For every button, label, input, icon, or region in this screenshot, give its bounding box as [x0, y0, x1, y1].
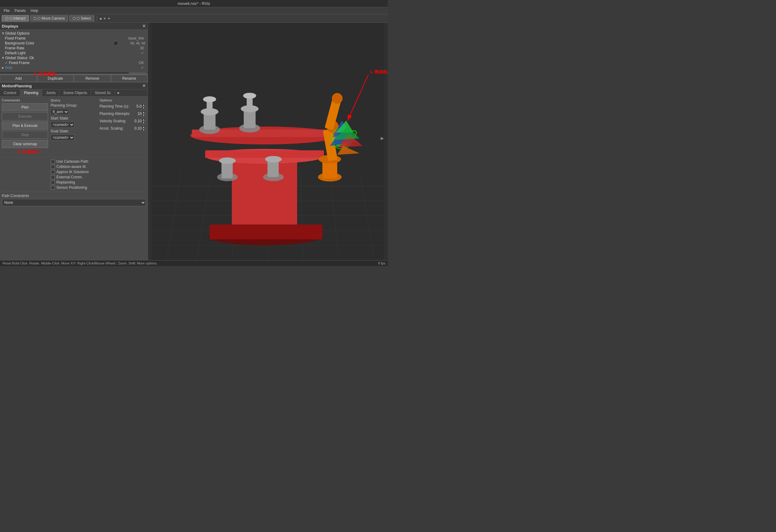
svg-point-35	[265, 156, 281, 162]
goal-state-select[interactable]: <current>	[50, 135, 74, 141]
tab-scene-objects[interactable]: Scene Objects	[59, 90, 91, 96]
global-status-ff-label: Fixed Frame	[9, 61, 29, 65]
toolbar-arrow-1[interactable]: ◆	[100, 17, 102, 20]
use-cartesian-checkbox[interactable]	[51, 160, 55, 164]
menu-bar: File Panels Help	[0, 7, 388, 14]
scene-svg: 1. 拖动机械臂末端 ►	[148, 23, 388, 260]
displays-close-icon[interactable]: ✕	[142, 24, 146, 28]
svg-point-32	[219, 158, 236, 164]
tab-more[interactable]: ►	[115, 90, 122, 96]
sensor-positioning-row: Sensor Positioning	[51, 185, 146, 190]
clear-octomap-button[interactable]: Clear octomap	[2, 140, 48, 148]
approx-ik-row: Approx IK Solutions	[51, 170, 146, 174]
start-state-select-wrapper: <current>	[50, 122, 74, 128]
velocity-scaling-value: 0.10	[135, 119, 142, 123]
tab-planning[interactable]: Planning	[20, 90, 42, 96]
motion-planning-section: MotionPlanning ✕ Context Planning Joints…	[0, 82, 148, 260]
planning-group-select-wrapper: fl_arm	[50, 109, 69, 115]
path-constraints-select[interactable]: None	[2, 199, 146, 206]
motion-planning-title: MotionPlanning	[2, 84, 32, 88]
toolbar-arrow-2[interactable]: ▼	[103, 17, 106, 20]
plan-button[interactable]: Plan	[2, 103, 48, 111]
motion-planning-header: MotionPlanning ✕	[0, 82, 148, 90]
planning-time-spin[interactable]: ▲ ▼	[142, 103, 146, 110]
svg-point-42	[332, 93, 343, 104]
planning-time-down[interactable]: ▼	[142, 106, 146, 110]
tab-joints[interactable]: Joints	[42, 90, 59, 96]
tab-context[interactable]: Context	[0, 90, 20, 96]
global-options-expand[interactable]: ▼	[1, 31, 4, 35]
approx-ik-checkbox[interactable]	[51, 170, 55, 174]
planning-attempts-value: 10	[138, 112, 142, 116]
execute-button[interactable]: Execute	[2, 113, 48, 121]
sensor-positioning-checkbox[interactable]	[51, 186, 55, 190]
displays-scrollbar[interactable]	[129, 72, 147, 74]
interact-icon: ⬡	[5, 16, 8, 20]
path-constraints-section: Path Constraints None	[2, 194, 146, 206]
planning-attempts-up[interactable]: ▲	[142, 111, 146, 114]
planning-attempts-spin[interactable]: ▲ ▼	[142, 111, 146, 117]
frame-rate-row: Frame Rate 30	[4, 46, 148, 50]
velocity-scaling-row: Velocity Scaling: 0.10 ▲ ▼	[100, 118, 146, 124]
fixed-frame-row: Fixed Frame base_link	[4, 36, 148, 41]
main-area: Displays ✕ ▼ Global Options Fixed Frame …	[0, 23, 388, 260]
global-status-expand[interactable]: ▼	[1, 56, 4, 60]
select-button[interactable]: ⬡ ⬡ Select	[69, 15, 94, 21]
displays-scroll-area	[0, 71, 148, 74]
bg-color-row: Background Color 48; 48; 48	[4, 41, 148, 46]
planning-time-up[interactable]: ▲	[142, 103, 146, 106]
planning-time-label: Planning Time (s):	[100, 104, 137, 109]
fixed-frame-value: base_link	[128, 36, 147, 40]
accel-scaling-down[interactable]: ▼	[142, 128, 146, 132]
move-camera-button[interactable]: ⬡ ⬡ Move Camera	[30, 15, 68, 21]
velocity-scaling-label: Velocity Scaling:	[100, 119, 135, 123]
toolbar-sep-1	[97, 15, 97, 21]
external-comm-checkbox[interactable]	[51, 175, 55, 179]
use-cartesian-row: Use Cartesian Path	[51, 159, 146, 164]
start-state-select[interactable]: <current>	[50, 122, 74, 128]
annotation-3-container: 3. 开始执行	[2, 149, 146, 155]
collision-aware-checkbox[interactable]	[51, 165, 55, 169]
motion-planning-close-icon[interactable]: ✕	[142, 83, 146, 88]
svg-rect-14	[210, 225, 322, 239]
plan-execute-button[interactable]: Plan & Execute	[2, 122, 48, 130]
bg-color-box[interactable]	[114, 41, 118, 45]
rename-button[interactable]: Rename	[111, 75, 148, 82]
default-light-check: ✓	[141, 51, 147, 55]
global-status-ff-check: ✓	[5, 61, 8, 65]
toolbar-arrow-3[interactable]: ▼	[108, 17, 111, 20]
stop-button[interactable]: Stop	[2, 131, 48, 139]
grid-expand[interactable]: ►	[1, 65, 4, 70]
menu-panels[interactable]: Panels	[12, 8, 28, 13]
velocity-scaling-down[interactable]: ▼	[142, 121, 146, 124]
tree-content: ▼ Global Options Fixed Frame base_link B…	[0, 30, 148, 71]
title-bar: moveit.rviz* - RViz	[0, 0, 388, 7]
planning-group-select[interactable]: fl_arm	[50, 109, 69, 115]
status-text: Reset Bold-Click: Rotate. Middle-Click: …	[2, 261, 158, 265]
viewport[interactable]: 1. 拖动机械臂末端 ►	[148, 23, 388, 260]
tab-stored-sc[interactable]: Stored Sc	[91, 90, 115, 96]
approx-ik-label: Approx IK Solutions	[56, 170, 88, 174]
planning-attempts-label: Planning Attempts:	[100, 112, 138, 116]
global-status-ff-row: ✓ Fixed Frame OK	[4, 60, 148, 65]
start-state-select-row: <current>	[50, 122, 97, 128]
menu-file[interactable]: File	[1, 8, 12, 13]
svg-text:►: ►	[380, 135, 385, 141]
menu-help[interactable]: Help	[28, 8, 41, 13]
planning-attempts-down[interactable]: ▼	[142, 114, 146, 117]
velocity-scaling-up[interactable]: ▲	[142, 118, 146, 121]
duplicate-button[interactable]: Duplicate	[37, 75, 74, 82]
fps-counter: 8 fps	[378, 261, 385, 265]
remove-button[interactable]: Remove	[74, 75, 111, 82]
bg-color-label: Background Color	[5, 41, 34, 45]
commands-label: Commands	[2, 99, 48, 102]
accel-scaling-up[interactable]: ▲	[142, 125, 146, 128]
add-button[interactable]: Add	[0, 75, 37, 82]
accel-scaling-spin[interactable]: ▲ ▼	[142, 125, 146, 132]
frame-rate-label: Frame Rate	[5, 46, 24, 50]
displays-inner: ▼ Global Options Fixed Frame base_link B…	[0, 30, 148, 71]
velocity-scaling-spin[interactable]: ▲ ▼	[142, 118, 146, 124]
goal-state-label: Goal State:	[50, 129, 81, 133]
interact-button[interactable]: ⬡ ⬡ Interact	[2, 15, 29, 21]
replanning-checkbox[interactable]	[51, 180, 55, 184]
